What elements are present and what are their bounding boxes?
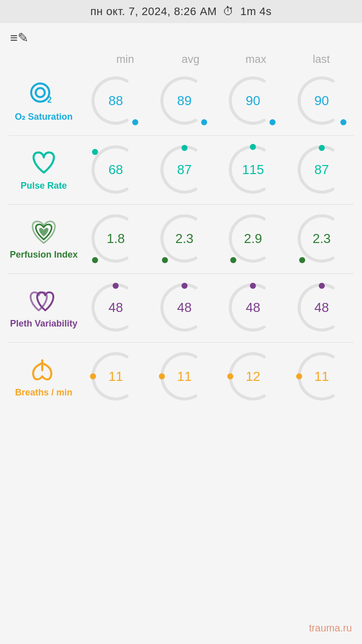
col-avg: avg: [158, 53, 223, 66]
breaths-dot-avg: [159, 373, 165, 379]
metric-row-breaths: Breaths / min 11 11 12 11: [0, 344, 362, 409]
metric-row-o2sat: 2 O₂ Saturation 88 89 90 90: [0, 68, 362, 133]
column-headers: min avg max last: [0, 53, 362, 66]
perfusion-gauge-avg: 2.3: [157, 211, 212, 266]
pleth-gauges: 48 48 48 48: [81, 280, 356, 335]
pleth-dot-max: [250, 283, 256, 289]
pulse-gauge-min: 68: [88, 142, 143, 197]
o2sat-gauge-last: 90: [294, 73, 349, 128]
col-last: last: [289, 53, 354, 66]
o2sat-icon: 2: [26, 78, 61, 109]
pleth-gauge-min: 48: [88, 280, 143, 335]
metric-label-pulse: Pulse Rate: [6, 147, 81, 192]
o2sat-value-min: 88: [109, 93, 123, 109]
col-max: max: [223, 53, 289, 66]
perfusion-value-min: 1.8: [107, 231, 125, 247]
breaths-gauge-max: 12: [225, 349, 281, 404]
perfusion-gauge-last: 2.3: [294, 211, 349, 266]
metric-row-perfusion: Perfusion Index 1.8 2.3 2.9 2.3: [0, 206, 362, 271]
pleth-gauge-last: 48: [294, 280, 349, 335]
o2sat-name: O₂ Saturation: [15, 112, 72, 123]
perfusion-value-last: 2.3: [313, 231, 331, 247]
metric-label-perfusion: Perfusion Index: [6, 216, 81, 261]
breaths-dot-last: [296, 373, 302, 379]
o2sat-dot-last: [340, 119, 346, 125]
perfusion-value-avg: 2.3: [175, 231, 194, 247]
o2sat-value-max: 90: [246, 93, 260, 109]
perfusion-gauge-min: 1.8: [88, 211, 143, 266]
header: ≡✎: [0, 23, 362, 53]
o2sat-gauge-min: 88: [88, 73, 143, 128]
o2sat-value-avg: 89: [177, 93, 192, 109]
pulse-value-min: 68: [109, 162, 123, 178]
svg-point-0: [31, 84, 49, 102]
svg-point-1: [36, 88, 45, 97]
pleth-icon: [26, 285, 61, 315]
svg-text:2: 2: [47, 96, 52, 104]
breaths-value-avg: 11: [177, 369, 192, 384]
perfusion-dot-avg: [162, 257, 168, 263]
perfusion-dot-last: [299, 257, 305, 263]
pulse-gauges: 68 87 115 87: [81, 142, 356, 197]
pulse-dot-avg: [182, 145, 188, 151]
o2sat-value-last: 90: [314, 93, 329, 109]
breaths-gauges: 11 11 12 11: [81, 349, 356, 404]
breaths-name: Breaths / min: [15, 387, 72, 398]
o2sat-gauges: 88 89 90 90: [81, 73, 356, 128]
menu-edit-icon[interactable]: ≡✎: [10, 30, 29, 46]
metric-label-o2sat: 2 O₂ Saturation: [6, 78, 81, 123]
pleth-name: Pleth Variability: [10, 318, 77, 330]
status-bar: пн окт. 7, 2024, 8:26 AM ⏱ 1m 4s: [0, 0, 362, 23]
col-min: min: [93, 53, 158, 66]
metric-label-pleth: Pleth Variability: [6, 285, 81, 330]
pulse-value-last: 87: [314, 162, 329, 178]
breaths-value-min: 11: [109, 369, 123, 384]
pulse-dot-last: [319, 145, 325, 151]
breaths-gauge-avg: 11: [157, 349, 212, 404]
perfusion-name: Perfusion Index: [10, 250, 77, 261]
pulse-gauge-max: 115: [225, 142, 281, 197]
o2sat-gauge-avg: 89: [157, 73, 212, 128]
breaths-dot-max: [227, 373, 233, 379]
pleth-value-max: 48: [246, 300, 260, 315]
pleth-value-avg: 48: [177, 300, 192, 315]
pulse-value-max: 115: [242, 162, 264, 178]
breaths-icon: [26, 354, 61, 384]
perfusion-gauge-max: 2.9: [225, 211, 281, 266]
breaths-value-last: 11: [314, 369, 329, 384]
pleth-dot-avg: [182, 283, 188, 289]
pleth-gauge-max: 48: [225, 280, 281, 335]
o2sat-gauge-max: 90: [225, 73, 281, 128]
perfusion-value-max: 2.9: [244, 231, 262, 247]
perfusion-gauges: 1.8 2.3 2.9 2.3: [81, 211, 356, 266]
datetime-text: пн окт. 7, 2024, 8:26 AM: [90, 5, 217, 18]
breaths-gauge-last: 11: [294, 349, 349, 404]
pulse-icon: [26, 147, 61, 178]
pulse-dot-max: [250, 144, 256, 150]
metric-label-breaths: Breaths / min: [6, 354, 81, 398]
breaths-value-max: 12: [246, 369, 260, 384]
clock-icon: ⏱: [223, 5, 234, 18]
pulse-gauge-avg: 87: [157, 142, 212, 197]
metric-row-pulse: Pulse Rate 68 87 115 87: [0, 137, 362, 202]
pleth-dot-last: [319, 283, 325, 289]
o2sat-dot-avg: [201, 119, 207, 125]
breaths-gauge-min: 11: [88, 349, 143, 404]
pleth-gauge-avg: 48: [157, 280, 212, 335]
pulse-value-avg: 87: [177, 162, 192, 178]
metric-row-pleth: Pleth Variability 48 48 48 48: [0, 275, 362, 340]
watermark: trauma.ru: [309, 622, 352, 634]
pleth-dot-min: [113, 283, 119, 289]
breaths-dot-min: [90, 373, 96, 379]
pulse-gauge-last: 87: [294, 142, 349, 197]
duration-text: 1m 4s: [240, 5, 272, 18]
pulse-name: Pulse Rate: [21, 181, 67, 192]
pleth-value-last: 48: [314, 300, 329, 315]
pleth-value-min: 48: [109, 300, 123, 315]
perfusion-icon: [26, 216, 61, 247]
